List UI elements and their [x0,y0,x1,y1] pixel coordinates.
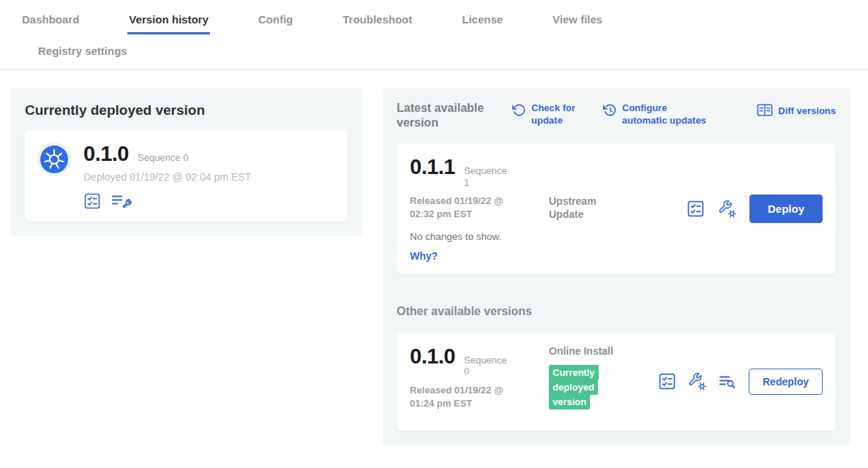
tab-version-history[interactable]: Version history [127,0,209,34]
top-nav: Dashboard Version history Config Trouble… [0,0,868,69]
current-version-actions [83,192,251,210]
latest-version-panel: Latest available version Check for updat… [382,88,850,445]
configure-auto-updates-link[interactable]: Configure automatic updates [603,102,711,127]
current-version-card: 0.1.0 Sequence 0 Deployed 01/19/22 @ 02:… [25,130,348,222]
latest-version-title: Latest available version [397,101,493,130]
auto-update-clock-icon [603,102,617,120]
lines-wrench-icon[interactable] [111,192,133,210]
main-content: Currently deployed version [0,69,868,445]
other-card-actions: Redeploy [658,369,823,395]
kubernetes-icon [37,142,72,177]
deployed-timestamp: Deployed 01/19/22 @ 02:04 pm EST [83,171,251,183]
nav-row-2: Registry settings [0,34,868,69]
check-for-update-link[interactable]: Check for update [512,102,584,127]
diff-versions-label: Diff versions [778,105,836,118]
latest-card-actions: Deploy [686,195,823,223]
other-version-card: 0.1.0 Sequence 0 Released 01/19/22 @ 01:… [397,333,836,431]
tab-registry-settings[interactable]: Registry settings [37,34,129,69]
tab-config[interactable]: Config [257,0,294,34]
latest-version-card: 0.1.1 Sequence 1 Released 01/19/22 @ 02:… [397,143,836,274]
configure-auto-updates-label: Configure automatic updates [622,102,711,127]
diff-icon [757,102,773,120]
current-version-details: 0.1.0 Sequence 0 Deployed 01/19/22 @ 02:… [83,142,251,210]
tab-dashboard[interactable]: Dashboard [20,0,81,34]
other-version-number: 0.1.0 [410,344,455,369]
version-history-page: Dashboard Version history Config Trouble… [0,0,868,468]
currently-deployed-badge: Currently deployed version [549,365,599,410]
current-version-title: Currently deployed version [25,102,348,118]
latest-version-number: 0.1.1 [410,155,455,179]
wrench-gear-icon[interactable] [718,200,736,218]
other-version-sequence: Sequence 0 [464,355,509,377]
refresh-icon [512,102,526,120]
nav-row-1: Dashboard Version history Config Trouble… [0,0,868,34]
checklist-icon[interactable] [658,372,676,390]
version-source: Upstream Update [549,155,628,263]
other-card-details: 0.1.0 Sequence 0 Released 01/19/22 @ 01:… [410,344,549,419]
no-changes-text: No changes to show. [410,231,549,242]
why-link[interactable]: Why? [410,250,438,262]
current-version-sequence: Sequence 0 [138,152,188,163]
tab-troubleshoot[interactable]: Troubleshoot [341,0,414,34]
check-for-update-label: Check for update [531,102,584,127]
released-timestamp: Released 01/19/22 @ 01:24 pm EST [410,384,508,410]
other-versions-heading: Other available versions [397,305,836,318]
current-version-panel: Currently deployed version [10,88,362,236]
current-version-number: 0.1.0 [83,142,129,166]
wrench-gear-icon[interactable] [688,372,706,390]
deploy-button[interactable]: Deploy [749,195,823,223]
version-source: Online Install [549,344,628,358]
tab-license[interactable]: License [460,0,504,34]
tab-view-files[interactable]: View files [551,0,604,34]
checklist-icon[interactable] [686,200,705,218]
diff-versions-link[interactable]: Diff versions [757,102,836,120]
other-version-source-column: Online Install Currently deployed versio… [549,344,628,419]
checklist-icon[interactable] [83,192,101,210]
latest-version-sequence: Sequence 1 [464,165,509,188]
deployed-badge-wrap: Currently deployed version [549,366,602,410]
redeploy-button[interactable]: Redeploy [749,369,823,395]
lines-magnifier-icon[interactable] [718,373,737,390]
released-timestamp: Released 01/19/22 @ 02:32 pm EST [410,195,508,221]
latest-version-header: Latest available version Check for updat… [397,101,836,130]
latest-card-details: 0.1.1 Sequence 1 Released 01/19/22 @ 02:… [410,155,549,263]
